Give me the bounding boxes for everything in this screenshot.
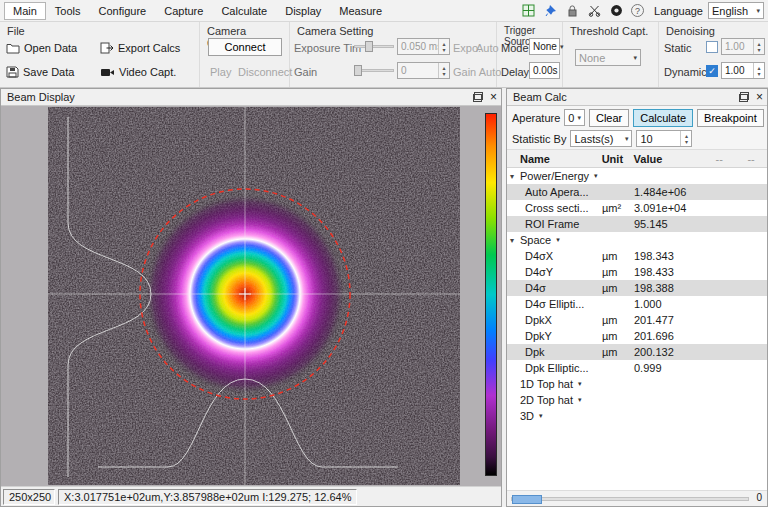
table-group-2d-top-hat[interactable]: 2D Top hat ▾ — [507, 392, 767, 408]
statistic-by-select[interactable]: Lasts(s) ▾ — [570, 130, 632, 147]
static-checkbox[interactable] — [706, 41, 718, 53]
group-dropdown-icon[interactable]: ▾ — [578, 396, 582, 404]
menu-measure[interactable]: Measure — [330, 2, 391, 20]
beam-calc-title: Beam Calc — [513, 91, 739, 103]
beam-calc-titlebar: Beam Calc × — [507, 89, 767, 106]
gain-auto-button[interactable]: Gain Auto — [453, 66, 501, 78]
clear-button[interactable]: Clear — [589, 109, 629, 127]
scissors-icon[interactable] — [587, 3, 602, 18]
table-row[interactable]: Auto Apera... 1.484e+06 — [507, 184, 767, 200]
threshold-select[interactable]: None ▾ — [575, 49, 641, 66]
group-dropdown-icon[interactable]: ▾ — [594, 172, 598, 180]
menu-capture[interactable]: Capture — [155, 2, 212, 20]
video-capture-button[interactable]: Video Capt. — [100, 63, 176, 81]
save-icon — [6, 66, 19, 78]
calc-results-table: Name Unit Value -- -- ▾ Power/Energy ▾ A… — [507, 150, 767, 490]
beam-calc-controls: Aperature 0 ▾ Clear Calculate Breakpoint… — [507, 106, 767, 150]
exposure-slider-groove — [354, 45, 394, 48]
language-select[interactable]: English ▾ — [708, 2, 764, 19]
trigger-delay-spin[interactable]: 0.00s — [529, 62, 560, 79]
chevron-down-icon[interactable]: ▾ — [507, 172, 520, 181]
connect-button[interactable]: Connect — [208, 38, 282, 56]
float-window-icon[interactable] — [473, 92, 483, 102]
table-row[interactable]: Dpk Elliptic... 0.999 — [507, 360, 767, 376]
export-calcs-button[interactable]: Export Calcs — [100, 39, 180, 57]
table-header: Name Unit Value -- -- — [507, 150, 767, 168]
menu-display[interactable]: Display — [276, 2, 330, 20]
pin-icon[interactable] — [543, 3, 558, 18]
table-row[interactable]: ROI Frame 95.145 — [507, 216, 767, 232]
auto-exposure-button[interactable]: Auto — [476, 42, 499, 54]
beam-calc-footer: 0 — [507, 490, 767, 506]
exposure-slider[interactable] — [354, 40, 394, 53]
dynamic-spin[interactable]: 1.00 ▴▾ — [721, 62, 765, 79]
spinner-arrows-icon[interactable]: ▴▾ — [438, 39, 449, 54]
beam-image[interactable] — [48, 107, 460, 485]
threshold-capture-label: Threshold Capt. — [570, 25, 648, 37]
table-row[interactable]: Cross secti... µm² 3.091e+04 — [507, 200, 767, 216]
help-icon[interactable]: ? — [631, 4, 644, 17]
cursor-position-status: X:3.017751e+02um,Y:3.857988e+02um I:129.… — [58, 489, 357, 505]
static-spin[interactable]: 1.00 ▴▾ — [721, 38, 765, 55]
group-dropdown-icon[interactable]: ▾ — [578, 380, 582, 388]
table-row[interactable]: D4σX µm 198.343 — [507, 248, 767, 264]
calculate-button[interactable]: Calculate — [633, 109, 693, 127]
threshold-capture-group: Threshold Capt. None ▾ — [563, 22, 659, 87]
table-row[interactable]: D4σ µm 198.388 — [507, 280, 767, 296]
intensity-colorbar — [485, 113, 497, 476]
aperature-select[interactable]: 0 ▾ — [564, 109, 585, 126]
close-icon[interactable]: × — [490, 92, 497, 102]
export-icon — [100, 42, 114, 54]
lock-icon[interactable] — [565, 3, 580, 18]
table-group-1d-top-hat[interactable]: 1D Top hat ▾ — [507, 376, 767, 392]
chevron-down-icon[interactable]: ▾ — [507, 236, 520, 245]
beam-display-titlebar: Beam Display × — [1, 89, 501, 106]
record-icon[interactable] — [609, 3, 624, 18]
group-dropdown-icon[interactable]: ▾ — [556, 236, 560, 244]
table-row[interactable]: DpkX µm 201.477 — [507, 312, 767, 328]
chevron-down-icon: ▾ — [625, 135, 629, 143]
open-data-button[interactable]: Open Data — [6, 39, 77, 57]
spinner-arrows-icon[interactable]: ▴▾ — [753, 63, 764, 78]
exposure-spin[interactable]: 0.050 ms ▴▾ — [397, 38, 450, 55]
menu-quick-icons: ? — [521, 3, 644, 18]
file-group-label: File — [7, 25, 25, 37]
close-icon[interactable]: × — [756, 92, 763, 102]
layout-grid-icon[interactable] — [521, 3, 536, 18]
menu-tools[interactable]: Tools — [46, 2, 90, 20]
beam-display-content — [1, 106, 501, 486]
menu-configure[interactable]: Configure — [90, 2, 156, 20]
menu-main[interactable]: Main — [4, 2, 46, 20]
gain-slider-handle[interactable] — [354, 65, 362, 76]
table-row[interactable]: D4σY µm 198.433 — [507, 264, 767, 280]
float-window-icon[interactable] — [739, 92, 749, 102]
calc-scrollbar-handle[interactable] — [512, 495, 542, 504]
trigger-delay-label: Delay — [501, 66, 529, 78]
breakpoint-button[interactable]: Breakpoint — [697, 109, 764, 127]
gain-spin[interactable]: 0 ▴▾ — [397, 62, 450, 79]
table-group-3d[interactable]: 3D ▾ — [507, 408, 767, 424]
calc-scrollbar[interactable] — [511, 497, 749, 501]
statistic-count-spin[interactable]: 10 ▴▾ — [636, 130, 692, 147]
table-group-power-energy[interactable]: ▾ Power/Energy ▾ — [507, 168, 767, 184]
table-row[interactable]: DpkY µm 201.696 — [507, 328, 767, 344]
gain-slider[interactable] — [354, 64, 394, 77]
table-group-space[interactable]: ▾ Space ▾ — [507, 232, 767, 248]
menu-calculate[interactable]: Calculate — [212, 2, 276, 20]
spinner-arrows-icon[interactable]: ▴▾ — [680, 131, 691, 146]
spinner-arrows-icon[interactable]: ▴▾ — [438, 63, 449, 78]
beam-display-statusbar: 250x250 X:3.017751e+02um,Y:3.857988e+02u… — [1, 486, 501, 506]
trigger-mode-select[interactable]: None ▾ — [529, 38, 560, 55]
table-row[interactable]: D4σ Ellipti... 1.000 — [507, 296, 767, 312]
group-dropdown-icon[interactable]: ▾ — [539, 412, 543, 420]
menu-bar: Main Tools Configure Capture Calculate D… — [0, 0, 768, 22]
camera-setting-label: Camera Setting — [297, 25, 373, 37]
dynamic-checkbox[interactable]: ✓ — [706, 65, 718, 77]
play-button[interactable]: Play — [210, 66, 231, 78]
exposure-slider-handle[interactable] — [365, 41, 373, 52]
beam-display-panel: Beam Display × — [0, 88, 502, 507]
table-row[interactable]: Dpk µm 200.132 — [507, 344, 767, 360]
spinner-arrows-icon[interactable]: ▴▾ — [753, 39, 764, 54]
save-data-button[interactable]: Save Data — [6, 63, 74, 81]
disconnect-button[interactable]: Disconnect — [238, 66, 292, 78]
